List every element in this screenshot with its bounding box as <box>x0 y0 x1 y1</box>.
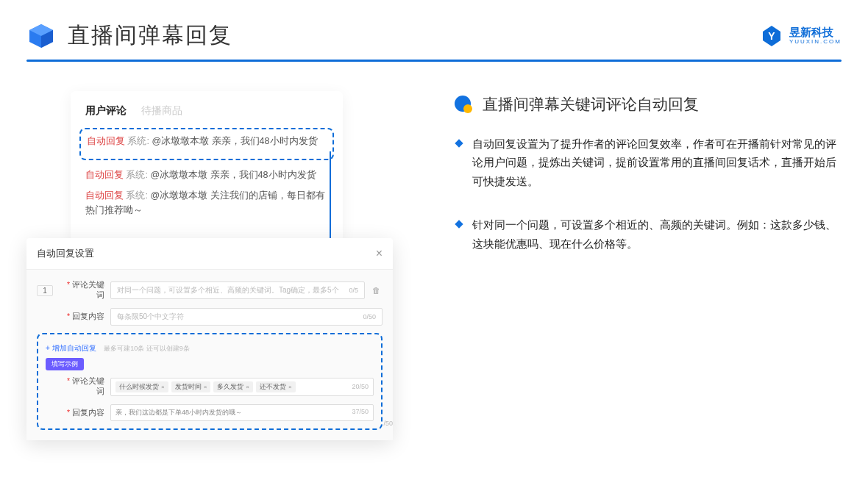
add-auto-reply-link[interactable]: 增加自动回复 <box>46 344 96 352</box>
add-hint: 最多可建10条 还可以创建9条 <box>104 345 190 352</box>
extra-count: /50 <box>383 420 393 427</box>
auto-reply-tag: 自动回复 <box>87 136 125 146</box>
description-column: 直播间弹幕关键词评论自动回复 自动回复设置为了提升作者的评论回复效率，作者可在开… <box>394 91 842 279</box>
tab-pending-products[interactable]: 待播商品 <box>141 104 182 118</box>
example-chips-input[interactable]: 什么时候发货× 发货时间× 多久发货× 还不发货× 20/50 <box>110 378 374 396</box>
auto-reply-tag: 自动回复 <box>85 190 124 201</box>
example-block: 增加自动回复 最多可建10条 还可以创建9条 填写示例 *评论关键词 什么时候发… <box>37 333 383 430</box>
page-header: 直播间弹幕回复 Y 昱新科技 YUUXIN.COM <box>0 0 868 60</box>
chip[interactable]: 多久发货× <box>213 381 253 392</box>
bullet-item: 自动回复设置为了提升作者的评论回复效率，作者可在开播前针对常见的评论用户问题，提… <box>456 135 842 191</box>
example-keyword-label: *评论关键词 <box>60 376 104 397</box>
comments-panel: 用户评论 待播商品 自动回复 系统: @冰墩墩本墩 亲亲，我们48小时内发货 自… <box>71 91 343 241</box>
svg-point-5 <box>463 104 472 113</box>
example-content-label: *回复内容 <box>60 408 104 418</box>
system-label: 系统: <box>126 170 147 180</box>
comment-row: 自动回复 系统: @冰墩墩本墩 亲亲，我们48小时内发货 <box>85 168 328 182</box>
comment-row: 自动回复 系统: @冰墩墩本墩 亲亲，我们48小时内发货 <box>87 134 327 148</box>
content-input[interactable]: 每条限50个中文字符 0/50 <box>110 308 383 326</box>
logo-text-cn: 昱新科技 <box>789 26 842 37</box>
svg-text:Y: Y <box>768 30 775 42</box>
brand-logo: Y 昱新科技 YUUXIN.COM <box>760 24 842 48</box>
comment-row: 自动回复 系统: @冰墩墩本墩 关注我们的店铺，每日都有热门推荐呦～ <box>85 188 328 218</box>
logo-text-en: YUUXIN.COM <box>789 39 842 45</box>
bullet-item: 针对同一个问题，可设置多个相近的、高频的关键词。例如：这款多少钱、这块能优惠吗、… <box>456 216 842 254</box>
chip[interactable]: 发货时间× <box>171 381 211 392</box>
keyword-label: *评论关键词 <box>60 280 104 301</box>
auto-reply-tag: 自动回复 <box>85 170 124 180</box>
rule-index: 1 <box>37 285 53 296</box>
cube-icon <box>26 21 56 51</box>
system-label: 系统: <box>126 190 147 201</box>
chip[interactable]: 还不发货× <box>256 381 296 392</box>
system-label: 系统: <box>127 136 149 146</box>
example-content-input[interactable]: 亲，我们这边都是下单48小时内发货的哦～ 37/50 <box>110 404 374 421</box>
section-icon <box>453 94 474 115</box>
comments-tabs: 用户评论 待播商品 <box>85 104 328 118</box>
bullet-text: 针对同一个问题，可设置多个相近的、高频的关键词。例如：这款多少钱、这块能优惠吗、… <box>472 216 842 254</box>
screenshot-column: 用户评论 待播商品 自动回复 系统: @冰墩墩本墩 亲亲，我们48小时内发货 自… <box>26 91 394 279</box>
keyword-input[interactable]: 对同一个问题，可设置多个相近、高频的关键词。Tag确定，最多5个 0/5 <box>110 281 365 299</box>
close-icon[interactable]: × <box>376 247 383 260</box>
comment-body: @冰墩墩本墩 亲亲，我们48小时内发货 <box>150 170 316 180</box>
example-badge: 填写示例 <box>46 358 84 370</box>
modal-title: 自动回复设置 <box>37 247 376 260</box>
comment-body: @冰墩墩本墩 亲亲，我们48小时内发货 <box>152 136 317 146</box>
highlighted-comment: 自动回复 系统: @冰墩墩本墩 亲亲，我们48小时内发货 <box>79 128 334 160</box>
logo-icon: Y <box>760 24 783 48</box>
auto-reply-settings-modal: 自动回复设置 × 1 *评论关键词 对同一个问题，可设置多个相近、高频的关键词。… <box>26 238 393 440</box>
page-title: 直播间弹幕回复 <box>68 21 232 51</box>
delete-icon[interactable]: 🗑 <box>369 286 383 295</box>
diamond-icon <box>455 139 463 147</box>
diamond-icon <box>455 220 463 228</box>
chip[interactable]: 什么时候发货× <box>115 381 168 392</box>
content-label: *回复内容 <box>60 312 104 322</box>
bullet-text: 自动回复设置为了提升作者的评论回复效率，作者可在开播前针对常见的评论用户问题，提… <box>472 135 842 191</box>
tab-user-comments[interactable]: 用户评论 <box>85 104 127 118</box>
section-title: 直播间弹幕关键词评论自动回复 <box>483 94 699 115</box>
